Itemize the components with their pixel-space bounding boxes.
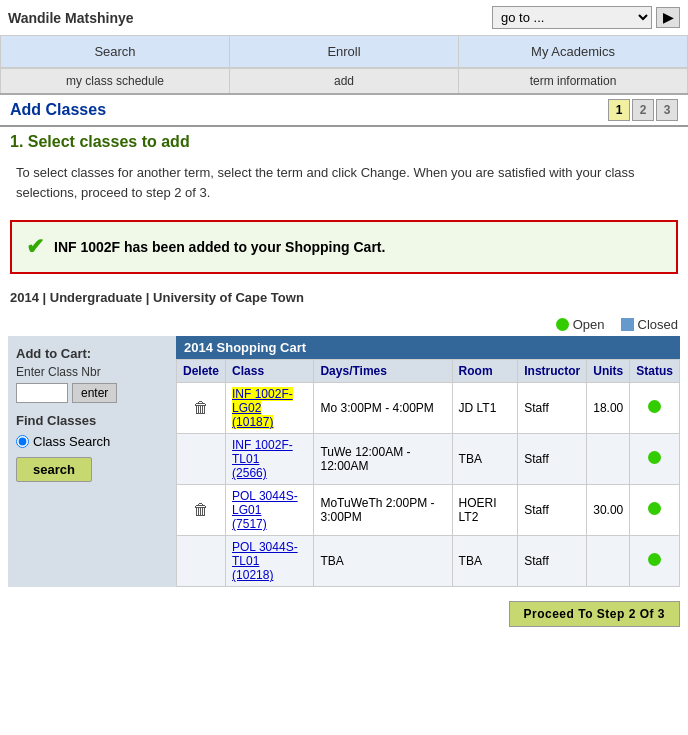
class-link[interactable]: POL 3044S-LG01 (7517) [232,489,298,531]
table-row: INF 1002F-TL01 (2566)TuWe 12:00AM - 12:0… [177,434,680,485]
header: Wandile Matshinye go to ... ▶ [0,0,688,35]
class-nbr-input[interactable] [16,383,68,403]
user-name: Wandile Matshinye [8,10,134,26]
delete-icon[interactable]: 🗑 [193,399,209,416]
delete-cell [177,434,226,485]
room-cell: TBA [452,434,518,485]
goto-select[interactable]: go to ... [492,6,652,29]
status-cell [630,485,680,536]
days-times-cell: TBA [314,536,452,587]
days-times-cell: MoTuWeTh 2:00PM - 3:00PM [314,485,452,536]
term-info: 2014 | Undergraduate | University of Cap… [0,286,688,313]
delete-cell: 🗑 [177,485,226,536]
delete-icon[interactable]: 🗑 [193,501,209,518]
legend-open: Open [556,317,605,332]
class-search-radio[interactable] [16,435,29,448]
find-classes-label: Find Classes [16,413,168,428]
tab-enroll[interactable]: Enroll [229,35,458,67]
units-cell: 30.00 [587,485,630,536]
instructor-cell: Staff [518,383,587,434]
sub-tab-add[interactable]: add [229,68,458,93]
legend-closed: Closed [621,317,678,332]
search-button[interactable]: search [16,457,92,482]
col-status: Status [630,360,680,383]
proceed-button[interactable]: Proceed To Step 2 Of 3 [509,601,680,627]
class-search-radio-row: Class Search [16,434,168,449]
cart-title: 2014 Shopping Cart [176,336,680,359]
days-times-cell: TuWe 12:00AM - 12:00AM [314,434,452,485]
status-cell [630,383,680,434]
enter-class-nbr-label: Enter Class Nbr [16,365,168,379]
status-open-dot [648,400,661,413]
room-cell: HOERI LT2 [452,485,518,536]
main-content: Add to Cart: Enter Class Nbr enter Find … [0,336,688,595]
status-open-dot [648,502,661,515]
class-nbr-row: enter [16,383,168,403]
open-dot [556,318,569,331]
class-cell: POL 3044S-TL01 (10218) [226,536,314,587]
room-cell: JD LT1 [452,383,518,434]
legend-row: Open Closed [0,313,688,336]
table-row: 🗑INF 1002F-LG02 (10187)Mo 3:00PM - 4:00P… [177,383,680,434]
status-open-dot [648,451,661,464]
table-row: 🗑POL 3044S-LG01 (7517)MoTuWeTh 2:00PM - … [177,485,680,536]
section-header: 1. Select classes to add [0,127,688,157]
class-link[interactable]: INF 1002F-TL01 (2566) [232,438,293,480]
success-message-box: ✔ INF 1002F has been added to your Shopp… [10,220,678,274]
step-1: 1 [608,99,630,121]
proceed-row: Proceed To Step 2 Of 3 [0,595,688,633]
shopping-cart-table: Delete Class Days/Times Room Instructor … [176,359,680,587]
col-instructor: Instructor [518,360,587,383]
room-cell: TBA [452,536,518,587]
closed-dot [621,318,634,331]
description: To select classes for another term, sele… [0,157,688,212]
closed-label: Closed [638,317,678,332]
delete-cell [177,536,226,587]
instructor-cell: Staff [518,536,587,587]
instructor-cell: Staff [518,485,587,536]
class-cell: INF 1002F-LG02 (10187) [226,383,314,434]
right-panel: 2014 Shopping Cart Delete Class Days/Tim… [176,336,680,587]
table-row: POL 3044S-TL01 (10218)TBATBAStaff [177,536,680,587]
goto-button[interactable]: ▶ [656,7,680,28]
sub-tabs: my class schedule add term information [0,68,688,95]
enter-button[interactable]: enter [72,383,117,403]
step-3: 3 [656,99,678,121]
class-search-radio-label: Class Search [33,434,110,449]
col-units: Units [587,360,630,383]
success-text: INF 1002F has been added to your Shoppin… [54,239,385,255]
units-cell [587,536,630,587]
sub-tab-term-info[interactable]: term information [458,68,688,93]
col-room: Room [452,360,518,383]
status-cell [630,536,680,587]
steps-indicator: 1 2 3 [606,99,678,121]
step-2: 2 [632,99,654,121]
instructor-cell: Staff [518,434,587,485]
class-cell: POL 3044S-LG01 (7517) [226,485,314,536]
col-class: Class [226,360,314,383]
tab-my-academics[interactable]: My Academics [458,35,688,67]
section-title: 1. Select classes to add [10,133,190,150]
goto-container: go to ... ▶ [492,6,680,29]
checkmark-icon: ✔ [26,234,44,260]
status-cell [630,434,680,485]
delete-cell: 🗑 [177,383,226,434]
col-delete: Delete [177,360,226,383]
sub-tab-schedule[interactable]: my class schedule [0,68,229,93]
page-title: Add Classes [10,101,106,119]
add-to-cart-label: Add to Cart: [16,346,168,361]
class-cell: INF 1002F-TL01 (2566) [226,434,314,485]
units-cell [587,434,630,485]
left-panel: Add to Cart: Enter Class Nbr enter Find … [8,336,176,587]
units-cell: 18.00 [587,383,630,434]
days-times-cell: Mo 3:00PM - 4:00PM [314,383,452,434]
col-days-times: Days/Times [314,360,452,383]
class-link[interactable]: POL 3044S-TL01 (10218) [232,540,298,582]
class-link[interactable]: INF 1002F-LG02 (10187) [232,387,293,429]
open-label: Open [573,317,605,332]
nav-tabs: Search Enroll My Academics [0,35,688,68]
tab-search[interactable]: Search [0,35,229,67]
status-open-dot [648,553,661,566]
